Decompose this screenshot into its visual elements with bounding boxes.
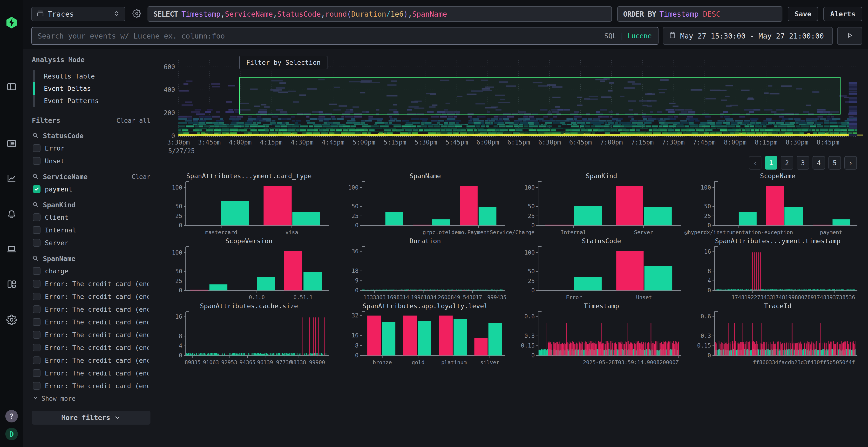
analysis-mode-list: Results TableEvent DeltasEvent Patterns bbox=[33, 70, 151, 107]
topbar-row-query: Traces SELECT Timestamp,ServiceName,Stat… bbox=[23, 0, 868, 22]
checkbox-unchecked[interactable] bbox=[33, 280, 40, 287]
pagination-page-3[interactable]: 3 bbox=[797, 156, 809, 170]
filter-option[interactable]: Error: The credit card (end… bbox=[33, 317, 151, 326]
sql-toggle[interactable]: SQL bbox=[604, 32, 617, 40]
filter-option[interactable]: charge bbox=[33, 266, 151, 276]
checkbox-unchecked[interactable] bbox=[33, 213, 40, 221]
attribute-charts-grid: SpanAttributes...yment.card_type10050250… bbox=[169, 172, 868, 367]
sidebar-laptop-icon[interactable] bbox=[5, 242, 18, 256]
sidebar-gear-icon[interactable] bbox=[5, 313, 18, 326]
svg-text:7:00pm: 7:00pm bbox=[600, 139, 623, 146]
analysis-mode-item-results-table[interactable]: Results Table bbox=[35, 70, 151, 82]
filter-option[interactable]: payment bbox=[33, 184, 151, 194]
alerts-button[interactable]: Alerts bbox=[824, 7, 862, 21]
checkbox-checked[interactable] bbox=[33, 185, 40, 193]
checkbox-unchecked[interactable] bbox=[33, 369, 40, 377]
pagination-page-1[interactable]: 1 bbox=[765, 156, 777, 170]
sidebar-panel-toggle-icon[interactable] bbox=[5, 80, 18, 94]
svg-text:36: 36 bbox=[351, 248, 359, 255]
checkbox-unchecked[interactable] bbox=[33, 344, 40, 351]
user-avatar[interactable]: D bbox=[5, 427, 18, 441]
order-by-input[interactable]: ORDER BY Timestamp DESC bbox=[617, 6, 782, 22]
filter-option[interactable]: Unset bbox=[33, 156, 151, 166]
checkbox-unchecked[interactable] bbox=[33, 226, 40, 234]
filter-option[interactable]: Error: The credit card (end… bbox=[33, 343, 151, 352]
checkbox-unchecked[interactable] bbox=[33, 305, 40, 313]
selection-box[interactable] bbox=[240, 77, 840, 114]
mini-chart-plot[interactable]: 0.60.30.1502025-05-28T03:59:14.900820000… bbox=[521, 310, 682, 367]
pagination-prev[interactable]: ‹ bbox=[749, 156, 762, 170]
filter-option[interactable]: Error: The credit card (end… bbox=[33, 369, 151, 378]
sidebar-layout-icon[interactable] bbox=[5, 277, 18, 291]
analysis-mode-item-event-deltas[interactable]: Event Deltas bbox=[35, 82, 151, 95]
select-query-input[interactable]: SELECT Timestamp,ServiceName,StatusCode,… bbox=[148, 6, 612, 22]
hyperdx-logo[interactable] bbox=[5, 16, 18, 29]
filter-group-header[interactable]: SpanName bbox=[32, 254, 151, 263]
source-selector[interactable]: Traces bbox=[31, 7, 125, 21]
checkbox-unchecked[interactable] bbox=[33, 157, 40, 165]
checkbox-unchecked[interactable] bbox=[33, 144, 40, 152]
checkbox-unchecked[interactable] bbox=[33, 331, 40, 339]
filter-group-clear[interactable]: Clear bbox=[132, 173, 151, 180]
date-range-picker[interactable]: May 27 15:30:00 - May 27 21:00:00 bbox=[663, 27, 833, 45]
source-settings-button[interactable] bbox=[131, 8, 143, 20]
filter-option[interactable]: Error: The credit card (end… bbox=[33, 305, 151, 314]
mini-chart-plot[interactable]: 100502500.1.00.51.1 bbox=[169, 245, 329, 302]
mini-chart-plot[interactable]: 1684089835910639295394365961399773098338… bbox=[169, 310, 329, 367]
save-button[interactable]: Save bbox=[788, 7, 818, 21]
filter-group-header[interactable]: ServiceNameClear bbox=[32, 173, 151, 181]
checkbox-unchecked[interactable] bbox=[33, 356, 40, 364]
pagination-page-2[interactable]: 2 bbox=[781, 156, 793, 170]
mini-chart-plot[interactable]: 10050250grpc.oteldemo.PaymentService/Cha… bbox=[345, 180, 505, 237]
mini-chart-title: ScopeName bbox=[698, 172, 858, 180]
checkbox-unchecked[interactable] bbox=[33, 382, 40, 390]
svg-text:16: 16 bbox=[351, 332, 359, 339]
filter-group-header[interactable]: StatusCode bbox=[32, 132, 151, 140]
pagination-page-5[interactable]: 5 bbox=[829, 156, 841, 170]
svg-text:96139: 96139 bbox=[257, 359, 273, 365]
filter-option[interactable]: Error bbox=[33, 143, 151, 153]
lucene-toggle[interactable]: Lucene bbox=[627, 32, 652, 40]
sidebar-news-icon[interactable] bbox=[5, 137, 18, 150]
filter-option[interactable]: Error: The credit card (end… bbox=[33, 330, 151, 339]
query-token: , bbox=[408, 10, 412, 18]
checkbox-unchecked[interactable] bbox=[33, 293, 40, 300]
mini-chart-plot[interactable]: 3618901333363169831419961834260084954301… bbox=[345, 245, 505, 302]
filter-option[interactable]: Server bbox=[33, 238, 151, 247]
svg-text:97730: 97730 bbox=[276, 359, 292, 365]
filter-option[interactable]: Error: The credit card (end… bbox=[33, 279, 151, 288]
query-token: SpanName bbox=[412, 10, 447, 18]
sidebar-line-chart-icon[interactable] bbox=[5, 172, 18, 185]
checkbox-unchecked[interactable] bbox=[33, 318, 40, 326]
order-by-keyword: ORDER BY bbox=[623, 10, 656, 18]
svg-text:0: 0 bbox=[531, 222, 535, 229]
mini-chart-plot[interactable]: 321680bronzegoldplatinumsilver bbox=[345, 310, 505, 367]
mini-chart-plot[interactable]: 10050250InternalServer bbox=[521, 180, 682, 237]
search-icon bbox=[32, 254, 39, 263]
pagination-next[interactable]: › bbox=[844, 156, 857, 170]
filter-option[interactable]: Client bbox=[33, 213, 151, 222]
show-more-button[interactable]: Show more bbox=[32, 395, 151, 403]
search-input[interactable] bbox=[32, 32, 604, 40]
mini-chart-plot[interactable]: 1684017481922734331748199880789174839373… bbox=[698, 245, 858, 302]
sidebar-bell-icon[interactable] bbox=[5, 207, 18, 220]
filter-group-header[interactable]: SpanKind bbox=[32, 201, 151, 209]
clear-all-filters[interactable]: Clear all bbox=[117, 117, 151, 124]
more-filters-button[interactable]: More filters bbox=[32, 411, 151, 424]
filter-option[interactable]: Error: The credit card (end… bbox=[33, 292, 151, 301]
filter-option[interactable]: Error: The credit card (end… bbox=[33, 356, 151, 365]
checkbox-unchecked[interactable] bbox=[33, 267, 40, 275]
help-button[interactable]: ? bbox=[5, 409, 18, 423]
checkbox-unchecked[interactable] bbox=[33, 239, 40, 247]
mini-chart-plot[interactable]: 10050250mastercardvisa bbox=[169, 180, 329, 237]
mini-chart-plot[interactable]: 10050250ErrorUnset bbox=[521, 245, 682, 302]
svg-text:grpc.oteldemo.PaymentService/C: grpc.oteldemo.PaymentService/Charge bbox=[423, 229, 534, 235]
filter-option[interactable]: Error: The credit card (end… bbox=[33, 381, 151, 390]
analysis-mode-item-event-patterns[interactable]: Event Patterns bbox=[35, 95, 151, 107]
filter-option[interactable]: Internal bbox=[33, 226, 151, 235]
pagination-page-4[interactable]: 4 bbox=[812, 156, 825, 170]
svg-text:6:30pm: 6:30pm bbox=[538, 139, 561, 146]
run-query-button[interactable] bbox=[837, 27, 862, 45]
mini-chart-plot[interactable]: 0.60.30.150ff860334facdb23d3f430ff5b5050… bbox=[698, 310, 858, 367]
mini-chart-plot[interactable]: 10050250@hyperdx/instrumentation-excepti… bbox=[698, 180, 858, 237]
